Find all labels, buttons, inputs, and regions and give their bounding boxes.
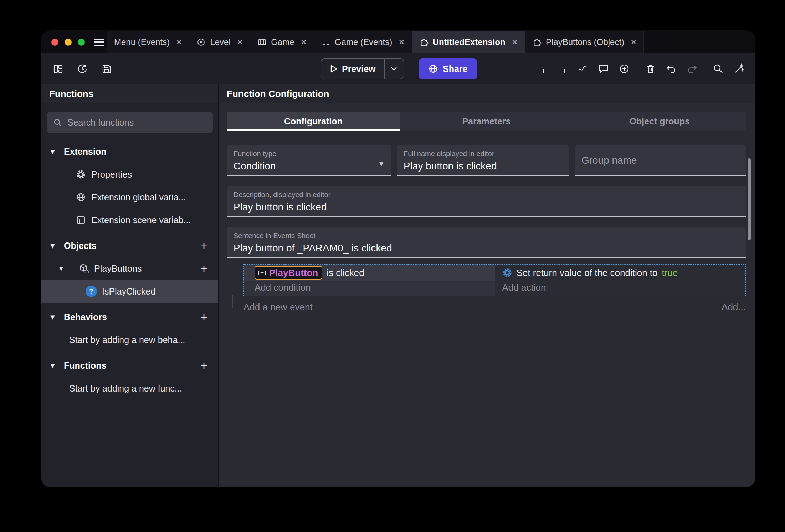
- search-functions-input[interactable]: [67, 117, 206, 128]
- chevron-down-icon[interactable]: [51, 361, 60, 370]
- sidebar-section-objects[interactable]: Objects: [41, 234, 218, 257]
- sidebar-section-extension[interactable]: Extension: [41, 140, 218, 163]
- chevron-down-icon[interactable]: [51, 147, 60, 156]
- film-icon: [257, 37, 267, 47]
- chevron-down-icon[interactable]: [51, 241, 60, 250]
- scene-icon: [196, 37, 206, 47]
- full-name-field[interactable]: Full name displayed in editor: [397, 145, 569, 176]
- minimize-window-button[interactable]: [65, 39, 72, 46]
- playbutton-parameter-chip[interactable]: PlayButton: [255, 266, 322, 280]
- add-new-event-button[interactable]: Add a new event: [243, 302, 313, 313]
- add-action-button[interactable]: Add action: [495, 281, 746, 294]
- preview-options-button[interactable]: [385, 58, 404, 79]
- vertical-scrollbar[interactable]: [748, 158, 751, 240]
- tab-configuration[interactable]: Configuration: [227, 112, 400, 131]
- event-row[interactable]: PlayButton is clicked Add condition Set …: [243, 264, 746, 296]
- wave-icon: [578, 63, 588, 74]
- close-window-button[interactable]: [51, 39, 58, 46]
- sentence-field[interactable]: Sentence in Events Sheet: [227, 227, 746, 258]
- chevron-down-icon[interactable]: [59, 264, 68, 273]
- add-event-button[interactable]: [535, 63, 548, 75]
- close-tab-icon[interactable]: ×: [176, 37, 182, 47]
- extension-puzzle-icon: [532, 37, 542, 47]
- chevron-down-icon[interactable]: [51, 312, 60, 322]
- sidebar-item-extension-scene-variables[interactable]: Extension scene variab...: [41, 209, 218, 231]
- add-event-row: Add a new event Add...: [243, 298, 746, 316]
- tab-playbuttons-object[interactable]: PlayButtons (Object) ×: [525, 31, 644, 53]
- trash-icon: [645, 63, 656, 74]
- add-more-button[interactable]: Add...: [722, 302, 746, 313]
- event-conditions-column: PlayButton is clicked Add condition: [244, 265, 495, 296]
- functions-tree: Extension Properties Extension global va…: [41, 140, 218, 400]
- add-other-event-button[interactable]: [577, 63, 589, 75]
- function-configuration-panel: Function Configuration Configuration Par…: [219, 84, 755, 487]
- play-icon: [330, 65, 338, 73]
- search-icon: [53, 118, 62, 127]
- action-instruction[interactable]: Set return value of the condition to tru…: [495, 265, 746, 281]
- sidebar-section-functions[interactable]: Functions: [41, 354, 218, 377]
- function-type-select[interactable]: Function type Condition: [227, 145, 391, 176]
- add-comment-button[interactable]: [597, 63, 610, 75]
- tab-menu-events[interactable]: Menu (Events) ×: [107, 31, 189, 53]
- choose-event-button[interactable]: [618, 63, 630, 75]
- close-tab-icon[interactable]: ×: [237, 37, 243, 47]
- description-input[interactable]: [234, 201, 739, 213]
- event-actions-column: Set return value of the condition to tru…: [495, 265, 746, 296]
- tab-level[interactable]: Level ×: [189, 31, 250, 53]
- sidebar-section-behaviors[interactable]: Behaviors: [41, 306, 218, 328]
- preview-button[interactable]: Preview: [321, 58, 385, 79]
- form-row-2: Description, displayed in editor: [227, 186, 746, 217]
- project-manager-button[interactable]: [52, 63, 64, 75]
- tab-untitled-extension[interactable]: UntitledExtension ×: [412, 31, 525, 53]
- save-button[interactable]: [101, 63, 113, 75]
- sidebar-item-properties[interactable]: Properties: [41, 163, 218, 186]
- tab-object-groups[interactable]: Object groups: [573, 112, 746, 131]
- add-function-button[interactable]: [197, 359, 210, 372]
- add-object-function-button[interactable]: [197, 262, 210, 275]
- globe-icon: [429, 64, 438, 73]
- add-subevent-icon: [557, 63, 568, 74]
- add-subevent-button[interactable]: [556, 63, 568, 75]
- main-menu-icon[interactable]: [94, 39, 104, 46]
- section-label: Objects: [64, 241, 97, 251]
- tab-parameters[interactable]: Parameters: [400, 112, 574, 131]
- description-label: Description, displayed in editor: [234, 191, 739, 199]
- events-settings-button[interactable]: [733, 63, 745, 75]
- add-condition-button[interactable]: Add condition: [244, 281, 495, 294]
- undo-button[interactable]: [665, 63, 677, 75]
- add-object-button[interactable]: [197, 239, 210, 252]
- extension-puzzle-icon: [419, 37, 429, 47]
- toolbar-right-group: [535, 53, 745, 84]
- description-field[interactable]: Description, displayed in editor: [227, 186, 746, 217]
- zoom-window-button[interactable]: [78, 39, 85, 46]
- sidebar-item-extension-global-variables[interactable]: Extension global varia...: [41, 186, 218, 209]
- version-history-button[interactable]: [76, 63, 88, 75]
- sidebar-item-isplayclicked[interactable]: ? IsPlayClicked: [41, 280, 218, 303]
- full-name-input[interactable]: [404, 160, 563, 172]
- close-tab-icon[interactable]: ×: [399, 37, 404, 47]
- functions-sidebar: Functions Extension Properties: [41, 84, 219, 487]
- tab-label: PlayButtons (Object): [546, 37, 624, 47]
- tab-label: Game (Events): [335, 37, 392, 47]
- sentence-input[interactable]: [234, 242, 739, 254]
- delete-button[interactable]: [645, 63, 657, 75]
- events-sheet: PlayButton is clicked Add condition Set …: [227, 264, 746, 316]
- group-name-field[interactable]: [575, 145, 746, 176]
- gdevelop-window: Menu (Events) × Level × Game × Game (Eve…: [41, 31, 755, 487]
- close-tab-icon[interactable]: ×: [301, 37, 307, 47]
- form-row-3: Sentence in Events Sheet: [227, 227, 746, 258]
- redo-button[interactable]: [686, 63, 698, 75]
- close-tab-icon[interactable]: ×: [512, 37, 518, 47]
- toolbar-left-group: [52, 63, 113, 75]
- group-name-input[interactable]: [581, 155, 739, 166]
- function-type-label: Function type: [234, 150, 385, 158]
- add-behavior-button[interactable]: [197, 311, 210, 323]
- sidebar-item-playbuttons[interactable]: 2D PlayButtons: [41, 257, 218, 280]
- share-button[interactable]: Share: [419, 58, 477, 79]
- search-functions-box[interactable]: [47, 112, 213, 133]
- tab-game-events[interactable]: Game (Events) ×: [314, 31, 412, 53]
- condition-instruction[interactable]: PlayButton is clicked: [244, 265, 495, 281]
- tab-game[interactable]: Game ×: [250, 31, 314, 53]
- close-tab-icon[interactable]: ×: [631, 37, 636, 47]
- search-events-button[interactable]: [712, 63, 724, 75]
